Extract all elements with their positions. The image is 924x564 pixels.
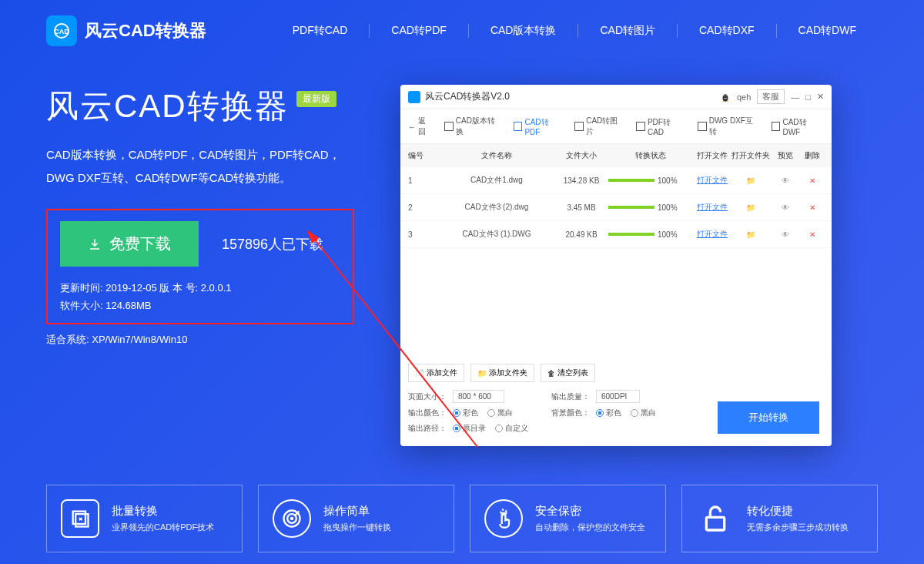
tab-cad-dwf[interactable]: CAD转DWF [772, 117, 825, 136]
latest-badge: 最新版 [296, 91, 336, 107]
svg-point-12 [291, 518, 293, 519]
nav-pdf-to-cad[interactable]: PDF转CAD [271, 24, 370, 38]
logo-icon: CAD [46, 15, 77, 46]
nav-cad-to-dxf[interactable]: CAD转DXF [677, 24, 776, 38]
delete-icon[interactable]: ✕ [801, 176, 824, 185]
app-title: 风云CAD转换器V2.0 [425, 90, 510, 103]
start-convert-button[interactable]: 开始转换 [718, 401, 819, 434]
add-folder-button[interactable]: 📁 添加文件夹 [470, 364, 534, 382]
app-window: 风云CAD转换器V2.0 qeh 客服 — □ ✕ ← 返回 CAD版本转换 C… [400, 85, 832, 446]
app-controls: qeh 客服 — □ ✕ [720, 89, 824, 104]
feature-secure: 安全保密自动删除，保护您的文件安全 [470, 485, 666, 552]
nav-cad-version[interactable]: CAD版本转换 [468, 24, 578, 38]
download-button[interactable]: 免费下载 [60, 221, 199, 267]
path-custom-radio[interactable]: 自定义 [495, 423, 528, 434]
open-file-link[interactable]: 打开文件 [693, 229, 732, 240]
hero: 风云CAD转换器 最新版 CAD版本转换，CAD转PDF，CAD转图片，PDF转… [0, 62, 924, 454]
close-icon[interactable]: ✕ [817, 92, 824, 102]
update-info: 更新时间: 2019-12-05 版 本 号: 2.0.0.1 [60, 279, 340, 297]
dpi-select[interactable]: 600DPI [596, 390, 640, 403]
customer-service[interactable]: 客服 [757, 89, 785, 104]
bg-color-radio[interactable]: 彩色 [596, 408, 621, 418]
download-box: 免费下载 157896人已下载 更新时间: 2019-12-05 版 本 号: … [46, 209, 354, 324]
logo[interactable]: CAD 风云CAD转换器 [46, 15, 206, 46]
folder-icon[interactable]: 📁 [732, 176, 770, 185]
batch-icon [61, 499, 99, 538]
logo-text: 风云CAD转换器 [85, 19, 206, 42]
username[interactable]: qeh [737, 92, 751, 102]
file-size-info: 软件大小: 124.68MB [60, 297, 340, 314]
touch-icon [484, 499, 523, 538]
table-row: 3 CAD文件3 (1).DWG 20.49 KB 100% 打开文件 📁 👁 … [400, 221, 832, 248]
tab-pdf-cad[interactable]: PDF转CAD [636, 117, 687, 136]
eye-icon[interactable]: 👁 [770, 176, 801, 185]
qq-icon[interactable] [720, 92, 731, 102]
minimize-icon[interactable]: — [791, 92, 799, 102]
nav-cad-to-pdf[interactable]: CAD转PDF [369, 24, 468, 38]
app-toolbar: ← 返回 CAD版本转换 CAD转PDF CAD转图片 PDF转CAD DWG … [400, 109, 832, 144]
open-file-link[interactable]: 打开文件 [693, 202, 732, 213]
folder-icon[interactable]: 📁 [732, 203, 770, 212]
download-icon [88, 237, 102, 251]
svg-point-3 [724, 94, 728, 98]
tab-cad-version[interactable]: CAD版本转换 [444, 116, 503, 137]
nav: PDF转CAD CAD转PDF CAD版本转换 CAD转图片 CAD转DXF C… [271, 24, 878, 38]
folder-icon[interactable]: 📁 [732, 230, 770, 239]
feature-batch: 批量转换业界领先的CAD转PDF技术 [46, 485, 243, 552]
description: CAD版本转换，CAD转PDF，CAD转图片，PDF转CAD， DWG DXF互… [46, 143, 370, 190]
feature-fast: 转化便捷无需多余步骤三步成功转换 [681, 485, 878, 552]
out-color-radio[interactable]: 彩色 [453, 408, 478, 418]
svg-point-5 [726, 95, 727, 96]
bg-bw-radio[interactable]: 黑白 [631, 408, 656, 418]
add-file-button[interactable]: 📄 添加文件 [408, 364, 464, 382]
out-bw-radio[interactable]: 黑白 [487, 408, 513, 418]
page-title: 风云CAD转换器 [46, 85, 289, 128]
tab-dwg-dxf[interactable]: DWG DXF互转 [698, 116, 761, 137]
page-size-select[interactable]: 800 * 600 [453, 390, 504, 403]
header: CAD 风云CAD转换器 PDF转CAD CAD转PDF CAD版本转换 CAD… [0, 0, 924, 62]
hero-right: 风云CAD转换器V2.0 qeh 客服 — □ ✕ ← 返回 CAD版本转换 C… [400, 85, 878, 446]
maximize-icon[interactable]: □ [805, 92, 811, 102]
delete-icon[interactable]: ✕ [801, 203, 824, 212]
features: 批量转换业界领先的CAD转PDF技术 操作简单拖曳操作一键转换 安全保密自动删除… [0, 454, 924, 552]
system-info: 适合系统: XP/Win7/Win8/Win10 [46, 331, 370, 348]
svg-rect-14 [706, 517, 724, 530]
open-file-link[interactable]: 打开文件 [693, 175, 732, 186]
target-icon [273, 499, 311, 538]
eye-icon[interactable]: 👁 [770, 203, 801, 212]
download-count: 157896人已下载 [222, 235, 323, 253]
tab-cad-image[interactable]: CAD转图片 [574, 116, 625, 137]
nav-cad-to-image[interactable]: CAD转图片 [578, 24, 677, 38]
feature-easy: 操作简单拖曳操作一键转换 [258, 485, 454, 552]
delete-icon[interactable]: ✕ [801, 230, 824, 239]
svg-point-4 [724, 95, 725, 96]
svg-text:CAD: CAD [54, 28, 69, 35]
back-button[interactable]: ← 返回 [408, 116, 434, 137]
app-titlebar: 风云CAD转换器V2.0 qeh 客服 — □ ✕ [400, 85, 832, 109]
lock-icon [696, 499, 735, 538]
clear-list-button[interactable]: 🗑 清空列表 [541, 364, 595, 382]
tab-cad-pdf[interactable]: CAD转PDF [514, 117, 564, 136]
app-logo-icon [408, 91, 420, 103]
hero-left: 风云CAD转换器 最新版 CAD版本转换，CAD转PDF，CAD转图片，PDF转… [46, 85, 370, 446]
table-row: 2 CAD文件3 (2).dwg 3.45 MB 100% 打开文件 📁 👁 ✕ [400, 194, 832, 221]
nav-cad-to-dwf[interactable]: CAD转DWF [776, 24, 878, 38]
eye-icon[interactable]: 👁 [770, 230, 801, 239]
table-header: 编号 文件名称 文件大小 转换状态 打开文件 打开文件夹 预览 删除 [400, 144, 832, 167]
path-orig-radio[interactable]: 原目录 [453, 423, 486, 434]
table-row: 1 CAD文件1.dwg 134.28 KB 100% 打开文件 📁 👁 ✕ [400, 167, 832, 194]
